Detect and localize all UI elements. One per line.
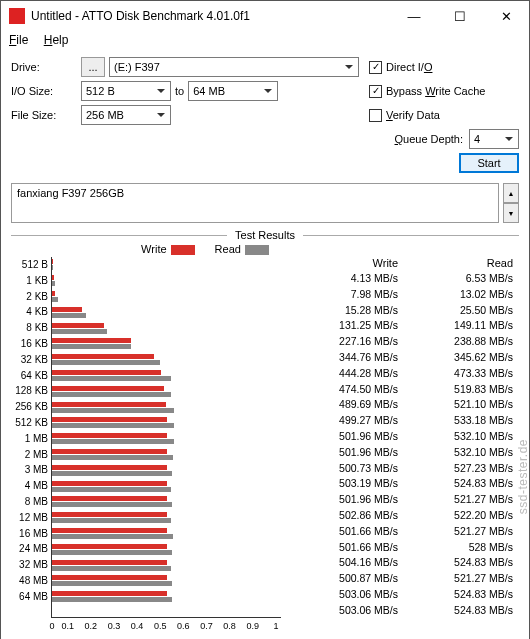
y-tick: 256 KB [11, 399, 48, 415]
menu-help[interactable]: Help [44, 33, 69, 47]
write-bar [52, 338, 131, 343]
y-tick: 16 KB [11, 336, 48, 352]
write-bar [52, 386, 164, 391]
bar-row [52, 368, 281, 384]
to-label: to [175, 85, 184, 97]
description-area: fanxiang F397 256GB ▲▼ [11, 183, 519, 223]
maximize-button[interactable]: ☐ [437, 1, 483, 31]
y-tick: 12 MB [11, 510, 48, 526]
write-bar [52, 370, 161, 375]
col-read: Read [404, 257, 519, 269]
verify-data-checkbox[interactable]: Verify Data [369, 109, 519, 122]
chart: 512 B1 KB2 KB4 KB8 KB16 KB32 KB64 KB128 … [11, 257, 281, 618]
drive-label: Drive: [11, 61, 71, 73]
table-row: 489.69 MB/s521.10 MB/s [289, 396, 519, 412]
bypass-cache-checkbox[interactable]: ✓Bypass Write Cache [369, 85, 519, 98]
results-table: Write Read 4.13 MB/s6.53 MB/s7.98 MB/s13… [289, 257, 519, 618]
controls-panel: Drive: ... (E:) F397 ✓Direct I/O I/O Siz… [1, 51, 529, 177]
description-spinner[interactable]: ▲▼ [503, 183, 519, 223]
browse-drive-button[interactable]: ... [81, 57, 105, 77]
bar-row [52, 526, 281, 542]
drive-select[interactable]: (E:) F397 [109, 57, 359, 77]
bar-row [52, 431, 281, 447]
write-bar [52, 575, 167, 580]
table-row: 500.73 MB/s527.23 MB/s [289, 460, 519, 476]
menu-file[interactable]: File [9, 33, 28, 47]
bar-row [52, 320, 281, 336]
read-bar [52, 455, 173, 460]
y-axis-labels: 512 B1 KB2 KB4 KB8 KB16 KB32 KB64 KB128 … [11, 257, 51, 618]
table-header: Write Read [289, 257, 519, 269]
close-button[interactable]: ✕ [483, 1, 529, 31]
read-bar [52, 597, 172, 602]
bar-row [52, 510, 281, 526]
minimize-button[interactable]: — [391, 1, 437, 31]
write-bar [52, 496, 167, 501]
write-bar [52, 433, 167, 438]
write-bar [52, 591, 167, 596]
y-tick: 16 MB [11, 526, 48, 542]
results-body: ssd-tester.de 512 B1 KB2 KB4 KB8 KB16 KB… [1, 257, 529, 622]
table-row: 503.06 MB/s524.83 MB/s [289, 586, 519, 602]
y-tick: 4 MB [11, 478, 48, 494]
queue-depth-row: Queue Depth: 4 [369, 129, 519, 149]
results-header: Test Results [11, 229, 519, 241]
y-tick: 2 MB [11, 447, 48, 463]
y-tick: 8 KB [11, 320, 48, 336]
write-bar [52, 402, 166, 407]
table-row: 501.66 MB/s528 MB/s [289, 539, 519, 555]
write-bar [52, 417, 167, 422]
description-input[interactable]: fanxiang F397 256GB [11, 183, 499, 223]
y-tick: 64 MB [11, 589, 48, 605]
bar-row [52, 336, 281, 352]
io-to-select[interactable]: 64 MB [188, 81, 278, 101]
table-row: 502.86 MB/s522.20 MB/s [289, 507, 519, 523]
filesize-select[interactable]: 256 MB [81, 105, 171, 125]
table-row: 344.76 MB/s345.62 MB/s [289, 349, 519, 365]
y-tick: 1 MB [11, 431, 48, 447]
y-tick: 48 MB [11, 573, 48, 589]
queue-depth-select[interactable]: 4 [469, 129, 519, 149]
read-bar [52, 360, 160, 365]
chart-legend: Write Read [0, 243, 529, 255]
bar-row [52, 273, 281, 289]
write-bar [52, 544, 167, 549]
table-row: 503.19 MB/s524.83 MB/s [289, 475, 519, 491]
start-button[interactable]: Start [459, 153, 519, 173]
bar-row [52, 589, 281, 605]
write-bar [52, 354, 154, 359]
bar-row [52, 494, 281, 510]
y-tick: 32 KB [11, 352, 48, 368]
read-bar [52, 297, 58, 302]
io-from-select[interactable]: 512 B [81, 81, 171, 101]
table-row: 500.87 MB/s521.27 MB/s [289, 570, 519, 586]
y-tick: 8 MB [11, 494, 48, 510]
app-icon [9, 8, 25, 24]
write-bar [52, 560, 167, 565]
y-tick: 512 B [11, 257, 48, 273]
direct-io-checkbox[interactable]: ✓Direct I/O [369, 61, 519, 74]
table-row: 227.16 MB/s238.88 MB/s [289, 333, 519, 349]
table-row: 501.96 MB/s521.27 MB/s [289, 491, 519, 507]
y-tick: 4 KB [11, 304, 48, 320]
table-row: 15.28 MB/s25.50 MB/s [289, 302, 519, 318]
y-tick: 1 KB [11, 273, 48, 289]
write-bar [52, 512, 167, 517]
queue-depth-label: Queue Depth: [395, 133, 464, 145]
y-tick: 2 KB [11, 289, 48, 305]
read-bar [52, 265, 53, 270]
menubar: File Help [1, 31, 529, 51]
table-row: 7.98 MB/s13.02 MB/s [289, 286, 519, 302]
bar-row [52, 304, 281, 320]
x-axis: 00.10.20.30.40.50.60.70.80.91 [52, 621, 281, 631]
y-tick: 3 MB [11, 462, 48, 478]
read-bar [52, 408, 174, 413]
table-row: 501.96 MB/s532.10 MB/s [289, 428, 519, 444]
y-tick: 64 KB [11, 368, 48, 384]
col-write: Write [289, 257, 404, 269]
read-bar [52, 581, 172, 586]
bar-row [52, 557, 281, 573]
read-bar [52, 471, 172, 476]
table-row: 4.13 MB/s6.53 MB/s [289, 270, 519, 286]
bar-row [52, 257, 281, 273]
